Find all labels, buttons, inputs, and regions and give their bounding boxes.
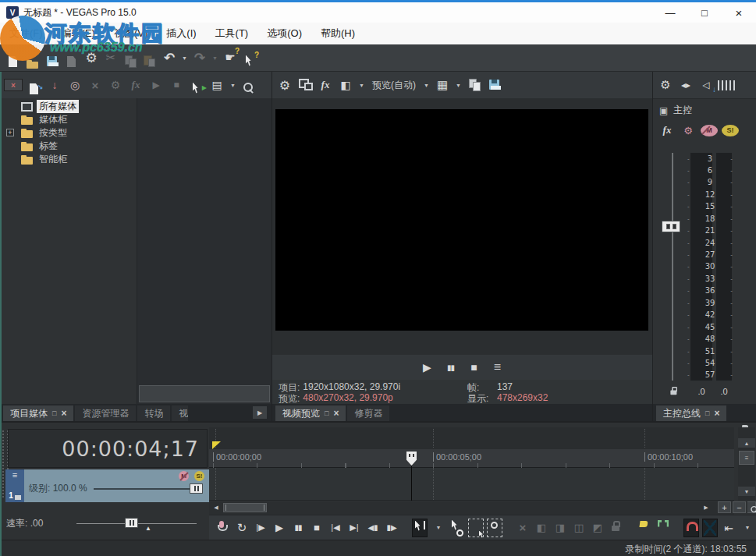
mixer-console-icon[interactable] [718,80,735,90]
tab-video-hidden[interactable]: 视 [172,405,188,421]
tab-close-icon[interactable]: × [714,408,719,419]
media-properties-icon[interactable]: ⚙ [107,76,124,94]
video-properties-icon[interactable]: ⚙ [276,76,293,94]
preview-stop-icon[interactable]: ■ [466,358,483,377]
split-screen-dropdown-icon[interactable]: ▼ [357,76,366,94]
play-from-start-icon[interactable]: |▶ [253,519,268,537]
tab-float-icon[interactable]: □ [325,409,328,417]
scroll-left-icon[interactable]: ◀ [211,502,222,513]
automation-settings-icon[interactable]: ⚙ [680,121,697,140]
whats-this-help-icon[interactable] [241,52,258,64]
track-solo-icon[interactable]: S! [194,471,204,481]
grid-overlay-dropdown-icon[interactable]: ▼ [454,76,463,94]
views-icon[interactable]: ▤ [208,76,225,94]
go-to-start-icon[interactable]: |◀ [328,519,343,537]
scroll-down-icon[interactable]: ▼ [738,487,755,496]
tab-close-icon[interactable]: × [61,408,66,419]
auto-ripple-dropdown-icon[interactable]: ▼ [740,519,755,537]
remove-all-media-icon[interactable]: × [4,79,23,91]
trim-start-icon[interactable]: ◧ [534,519,549,537]
insert-bus-icon[interactable]: ◂▸ [677,76,694,94]
search-media-icon[interactable] [240,80,257,90]
menu-file[interactable]: 文件(F) [9,27,43,41]
envelope-edit-tool-icon[interactable] [449,519,465,537]
media-list-area[interactable] [137,98,272,404]
stop-preview-icon[interactable]: ■ [168,76,185,94]
minimize-strip-icon[interactable]: ▣ [659,105,668,116]
tab-close-icon[interactable]: × [333,408,339,419]
menu-tools[interactable]: 工具(T) [215,27,249,41]
track-lane[interactable] [209,468,734,501]
vertical-scrollbar[interactable]: ▲ ≡ ▼ [738,427,755,501]
next-frame-icon[interactable]: ▮▶ [384,519,399,537]
views-dropdown-icon[interactable]: ▼ [229,76,237,94]
media-list-scrollbar[interactable] [139,385,270,402]
track-level-handle[interactable] [190,483,203,494]
menu-options[interactable]: 选项(O) [267,27,302,41]
import-media-icon[interactable] [26,80,43,90]
tab-transitions[interactable]: 转场 [137,405,170,421]
trim-adjacent-icon[interactable]: ◩ [590,519,605,537]
split-screen-icon[interactable]: ◧ [337,76,354,94]
edit-tool-dropdown-icon[interactable]: ▼ [431,519,446,537]
maximize-button[interactable]: □ [687,2,722,23]
scroll-up-icon[interactable]: ▲ [738,438,755,448]
zoom-tool-button[interactable] [747,501,756,513]
redo-dropdown-icon[interactable]: ▼ [211,48,219,67]
selection-edit-tool-icon[interactable] [468,519,484,537]
preview-quality-selector[interactable]: 预览(自动) [369,79,419,92]
mixer-properties-icon[interactable]: ⚙ [657,76,674,94]
preview-pause-icon[interactable]: ▮▮ [442,358,460,377]
loop-playback-icon[interactable]: ↻ [234,519,250,537]
paste-icon[interactable] [141,52,158,63]
tab-float-icon[interactable]: □ [52,409,56,417]
expand-icon[interactable]: + [6,129,14,136]
open-icon[interactable] [24,53,41,62]
horizontal-scrollbar[interactable]: ◀ ▶ [209,501,734,515]
delete-media-icon[interactable]: × [87,76,104,94]
track-menu-icon[interactable]: ≡ [12,472,17,478]
tab-scroll-right-icon[interactable]: ▶ [253,406,267,419]
pause-icon[interactable]: ▮▮ [290,519,306,537]
master-mute-icon[interactable]: M [701,125,718,136]
project-properties-icon[interactable] [63,52,80,63]
track-mute-icon[interactable]: M [179,471,189,481]
tree-item-all-media[interactable]: 所有媒体 [0,100,137,113]
rate-slider-handle[interactable] [125,518,138,528]
tree-item-media-bins[interactable]: 媒体柜 [0,113,137,126]
tree-item-tags[interactable]: 标签 [0,140,137,153]
external-monitor-icon[interactable] [296,76,314,87]
master-fader-handle[interactable] [662,221,680,232]
play-icon[interactable]: ▶ [272,519,287,537]
preferences-gear-icon[interactable]: ⚙ [83,48,100,67]
track-level-slider[interactable] [94,488,201,490]
save-icon[interactable] [44,52,61,63]
menu-help[interactable]: 帮助(H) [321,27,355,41]
undo-icon[interactable]: ↶ [161,48,178,67]
insert-marker-icon[interactable] [637,519,652,537]
marker-bar[interactable] [209,427,734,449]
interactive-tutorials-icon[interactable]: ☛ [222,48,239,67]
track-number-block[interactable]: ≡ 1 [5,469,24,502]
scroll-right-icon[interactable]: ▶ [701,502,712,513]
menu-edit[interactable]: 编辑(E) [62,27,95,41]
close-button[interactable]: × [722,2,756,23]
master-fader-track[interactable] [672,153,673,381]
auto-preview-icon[interactable] [188,80,205,91]
zoom-out-button[interactable]: − [733,501,746,513]
vertical-scroll-thumb[interactable]: ≡ [739,451,754,465]
menu-view[interactable]: 视图(V) [114,27,147,41]
insert-region-icon[interactable] [655,519,671,537]
preview-options-icon[interactable]: ≡ [489,358,506,377]
previous-frame-icon[interactable]: ◀▮ [365,519,381,537]
auto-crossfade-icon[interactable] [702,519,718,537]
delete-icon[interactable]: × [515,519,531,537]
preview-quality-dropdown-icon[interactable]: ▼ [422,76,431,94]
go-to-end-icon[interactable]: ▶| [346,519,362,537]
zoom-edit-tool-icon[interactable] [487,519,502,537]
tab-project-media[interactable]: 项目媒体□× [3,405,73,421]
zoom-in-button[interactable]: + [718,501,731,513]
new-project-icon[interactable] [5,52,22,63]
tab-video-preview[interactable]: 视频预览□× [275,405,346,421]
capture-video-icon[interactable]: ↓ [46,76,63,94]
